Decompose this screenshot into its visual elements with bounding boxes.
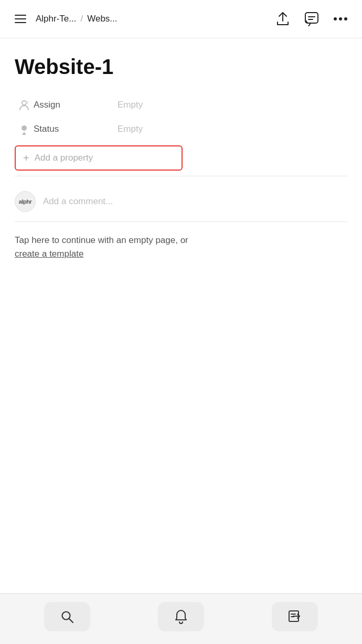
header-right [274, 9, 349, 28]
more-icon [334, 17, 347, 21]
comment-icon [304, 12, 319, 26]
more-button[interactable] [332, 15, 349, 23]
status-property-row[interactable]: Status Empty [15, 117, 347, 141]
properties-section: Assign Empty Status Empty [15, 93, 347, 141]
comments-button[interactable] [302, 9, 321, 28]
menu-button[interactable] [13, 13, 28, 25]
plus-icon: + [23, 153, 29, 163]
hamburger-icon [15, 15, 26, 23]
main-content: Website-1 Assign Empty [0, 38, 362, 593]
share-button[interactable] [274, 9, 292, 28]
assign-label: Assign [34, 100, 118, 110]
share-icon [276, 12, 290, 26]
svg-marker-9 [22, 132, 26, 135]
divider-2 [15, 221, 347, 222]
assign-property-row[interactable]: Assign Empty [15, 93, 347, 117]
edit-icon [288, 610, 302, 624]
bell-icon [174, 609, 188, 624]
breadcrumb-separator: / [80, 14, 83, 24]
assign-value: Empty [118, 100, 143, 110]
comment-row[interactable]: alphr Add a comment... [15, 186, 347, 217]
empty-page-section: Tap here to continue with an empty page,… [15, 234, 347, 260]
page-title: Website-1 [15, 55, 347, 78]
search-icon [60, 610, 74, 624]
add-property-label: Add a property [35, 153, 93, 163]
breadcrumb-item-2[interactable]: Webs... [87, 14, 117, 24]
svg-point-5 [344, 17, 347, 20]
breadcrumb-item-1[interactable]: Alphr-Te... [36, 14, 76, 24]
bottom-bar [0, 593, 362, 644]
app-header: Alphr-Te... / Webs... [0, 0, 362, 38]
svg-point-3 [334, 17, 337, 20]
create-template-link[interactable]: create a template [15, 249, 83, 259]
svg-rect-0 [305, 13, 318, 23]
header-left: Alphr-Te... / Webs... [13, 13, 274, 25]
notifications-button[interactable] [158, 602, 204, 631]
breadcrumb: Alphr-Te... / Webs... [36, 14, 118, 24]
avatar-text: alphr [19, 198, 31, 205]
avatar: alphr [15, 191, 36, 212]
svg-line-11 [69, 619, 73, 622]
svg-point-4 [339, 17, 342, 20]
search-button[interactable] [44, 602, 90, 631]
status-value: Empty [118, 124, 143, 134]
empty-page-hint: Tap here to continue with an empty page,… [15, 235, 188, 245]
svg-point-8 [22, 125, 27, 131]
divider-1 [15, 176, 347, 176]
comment-placeholder: Add a comment... [43, 196, 113, 207]
edit-button[interactable] [272, 602, 318, 631]
status-icon [15, 123, 34, 135]
status-label: Status [34, 124, 118, 134]
assign-icon [15, 99, 34, 111]
empty-page-text[interactable]: Tap here to continue with an empty page,… [15, 234, 347, 260]
add-property-button[interactable]: + Add a property [15, 145, 183, 171]
